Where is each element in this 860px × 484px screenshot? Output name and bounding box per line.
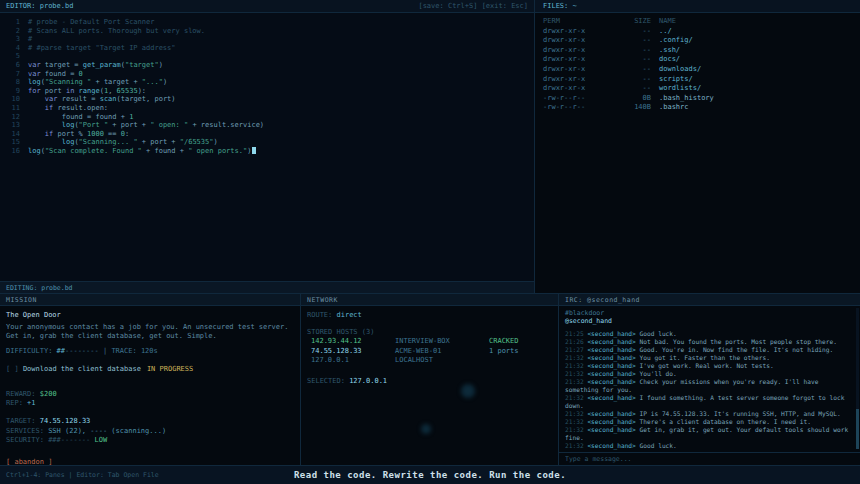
route-value: direct bbox=[337, 311, 362, 319]
reward-label: REWARD: bbox=[6, 390, 36, 398]
code-line[interactable]: 4# #parse target "Target IP address" bbox=[4, 44, 534, 53]
code-text: if port % 1000 == 0: bbox=[28, 130, 129, 139]
col-name: NAME bbox=[659, 17, 852, 27]
line-number: 10 bbox=[4, 95, 20, 104]
channel-item[interactable]: @second_hand bbox=[565, 317, 854, 325]
irc-panel: IRC: @second_hand #blackdoor@second_hand… bbox=[559, 294, 860, 465]
code-line[interactable]: 8log("Scanning " + target + "...") bbox=[4, 78, 534, 87]
file-row[interactable]: drwxr-xr-x--scripts/ bbox=[543, 75, 852, 85]
chat-message: 21:32 <second_hand> Get in, grab it, get… bbox=[565, 426, 852, 442]
code-line[interactable]: 11 if result.open: bbox=[4, 104, 534, 113]
line-number: 15 bbox=[4, 138, 20, 147]
selected-host: 127.0.0.1 bbox=[349, 377, 387, 385]
text-cursor bbox=[252, 147, 256, 154]
file-row[interactable]: drwxr-xr-x--.config/ bbox=[543, 36, 852, 46]
line-number: 4 bbox=[4, 44, 20, 53]
network-route: ROUTE: direct bbox=[307, 311, 552, 321]
mission-target-block: TARGET: 74.55.128.33 SERVICES: SSH (22),… bbox=[6, 417, 294, 445]
code-line[interactable]: 16log("Scan complete. Found " + found + … bbox=[4, 147, 534, 156]
code-line[interactable]: 15 log("Scanning... " + port + "/65535") bbox=[4, 138, 534, 147]
rep-value: +1 bbox=[27, 399, 35, 407]
mission-objective[interactable]: [ ] Download the client databaseIN PROGR… bbox=[6, 365, 294, 374]
code-line[interactable]: 12 found = found + 1 bbox=[4, 113, 534, 122]
code-line[interactable]: 9for port in range(1, 65535): bbox=[4, 87, 534, 96]
mission-panel-header: MISSION bbox=[0, 294, 300, 306]
line-number: 2 bbox=[4, 27, 20, 36]
network-panel-body: ROUTE: direct STORED HOSTS (3) 142.93.44… bbox=[301, 306, 558, 465]
trace-timer: | TRACE: 120s bbox=[103, 347, 158, 355]
code-line[interactable]: 1# probe - Default Port Scanner bbox=[4, 18, 534, 27]
mission-target: TARGET: 74.55.128.33 bbox=[6, 417, 294, 426]
top-bar: EDITOR: probe.bd [save: Ctrl+S] [exit: E… bbox=[0, 0, 860, 13]
line-number: 8 bbox=[4, 78, 20, 87]
line-number: 13 bbox=[4, 121, 20, 130]
file-row[interactable]: -rw-r--r--0B.bash_history bbox=[543, 94, 852, 104]
security-level: LOW bbox=[95, 436, 108, 444]
line-number: 11 bbox=[4, 104, 20, 113]
abandon-button[interactable]: [ abandon ] bbox=[6, 458, 294, 465]
mission-security: SECURITY: ###------- LOW bbox=[6, 436, 294, 445]
line-number: 9 bbox=[4, 87, 20, 96]
file-row[interactable]: drwxr-xr-x--wordlists/ bbox=[543, 84, 852, 94]
channel-item[interactable]: #blackdoor bbox=[565, 309, 854, 317]
code-text: var target = get_param("target") bbox=[28, 61, 163, 70]
file-row[interactable]: -rw-r--r--140B.bashrc bbox=[543, 103, 852, 113]
reward-value: $200 bbox=[40, 390, 57, 398]
target-label: TARGET: bbox=[6, 417, 36, 425]
chat-message: 21:25 <second_hand> Good luck. bbox=[565, 330, 852, 338]
code-line[interactable]: 2# Scans ALL ports. Thorough but very sl… bbox=[4, 27, 534, 36]
irc-panel-header: IRC: @second_hand bbox=[559, 294, 860, 306]
code-text: for port in range(1, 65535): bbox=[28, 87, 146, 96]
target-ip: 74.55.128.33 bbox=[40, 417, 91, 425]
chat-messages[interactable]: 21:25 <second_hand> Good luck.21:26 <sec… bbox=[559, 327, 860, 452]
chat-scrollbar[interactable] bbox=[856, 308, 859, 449]
security-bar: ###------- bbox=[48, 436, 90, 444]
code-text: log("Scan complete. Found " + found + " … bbox=[28, 147, 256, 156]
network-panel-header: NETWORK bbox=[301, 294, 558, 306]
mission-rep: REP: +1 bbox=[6, 399, 294, 408]
chat-message: 21:32 <second_hand> There's a client dat… bbox=[565, 418, 852, 426]
host-row[interactable]: 127.0.0.1LOCALHOST bbox=[311, 356, 552, 366]
chat-message: 21:26 <second_hand> Not bad. You found t… bbox=[565, 338, 852, 346]
chat-input[interactable] bbox=[565, 455, 854, 463]
line-number: 3 bbox=[4, 35, 20, 44]
code-line[interactable]: 14 if port % 1000 == 0: bbox=[4, 130, 534, 139]
objective-checkbox[interactable]: [ ] bbox=[6, 365, 19, 373]
code-text: # bbox=[28, 35, 32, 44]
app-window: EDITOR: probe.bd [save: Ctrl+S] [exit: E… bbox=[0, 0, 860, 484]
services-label: SERVICES: bbox=[6, 427, 44, 435]
line-number: 7 bbox=[4, 70, 20, 79]
code-text: found = found + 1 bbox=[28, 113, 133, 122]
code-line[interactable]: 7var found = 0 bbox=[4, 70, 534, 79]
network-map-dot bbox=[461, 384, 475, 398]
chat-message: 21:32 <second_hand> You got it. Faster t… bbox=[565, 354, 852, 362]
editor-title: EDITOR: probe.bd bbox=[6, 0, 73, 12]
line-number: 12 bbox=[4, 113, 20, 122]
editing-label: EDITING: probe.bd bbox=[6, 284, 73, 292]
host-list: 142.93.44.12INTERVIEW-BOXCRACKED74.55.12… bbox=[307, 337, 552, 366]
file-row[interactable]: drwxr-xr-x--../ bbox=[543, 27, 852, 37]
code-line[interactable]: 5 bbox=[4, 52, 534, 61]
code-text: if result.open: bbox=[28, 104, 108, 113]
host-row[interactable]: 74.55.128.33ACME-WEB-011 ports bbox=[311, 347, 552, 357]
code-editor[interactable]: 1# probe - Default Port Scanner2# Scans … bbox=[0, 13, 534, 281]
code-line[interactable]: 13 log("Port " + port + " open: " + resu… bbox=[4, 121, 534, 130]
host-row[interactable]: 142.93.44.12INTERVIEW-BOXCRACKED bbox=[311, 337, 552, 347]
line-number: 6 bbox=[4, 61, 20, 70]
files-title: FILES: ~ bbox=[543, 2, 577, 10]
chat-scrollbar-thumb[interactable] bbox=[856, 409, 859, 449]
chat-message: 21:32 <second_hand> IP is 74.55.128.33. … bbox=[565, 410, 852, 418]
code-line[interactable]: 10 var result = scan(target, port) bbox=[4, 95, 534, 104]
mission-title: The Open Door bbox=[6, 311, 294, 320]
file-row[interactable]: drwxr-xr-x--downloads/ bbox=[543, 65, 852, 75]
file-row[interactable]: drwxr-xr-x--docs/ bbox=[543, 55, 852, 65]
mission-description: Your anonymous contact has a job for you… bbox=[6, 323, 294, 341]
chat-message: 21:32 <second_hand> I've got work. Real … bbox=[565, 362, 852, 370]
status-tagline: Read the code. Rewrite the code. Run the… bbox=[294, 470, 566, 480]
editing-status-bar: EDITING: probe.bd bbox=[0, 281, 534, 293]
file-row[interactable]: drwxr-xr-x--.ssh/ bbox=[543, 46, 852, 56]
code-line[interactable]: 6var target = get_param("target") bbox=[4, 61, 534, 70]
network-selected: SELECTED: 127.0.0.1 bbox=[307, 377, 552, 387]
code-line[interactable]: 3# bbox=[4, 35, 534, 44]
objective-label: Download the client database bbox=[23, 365, 141, 373]
